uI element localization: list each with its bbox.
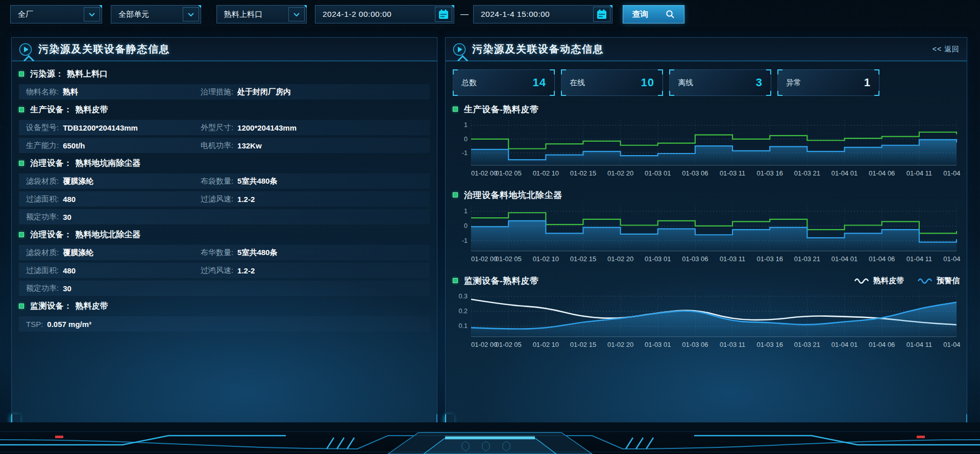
- svg-text:01-03 16: 01-03 16: [757, 341, 783, 348]
- svg-text:01-04 15: 01-04 15: [943, 341, 961, 348]
- select-unit[interactable]: 全部单元: [111, 5, 201, 23]
- chart-plot-2[interactable]: 0.30.20.101-02 0001-02 0501-02 1001-02 1…: [453, 289, 961, 351]
- series-area-运行状态-蓝: [471, 221, 957, 251]
- corner-bracket: [550, 69, 555, 74]
- svg-text:01-03 06: 01-03 06: [682, 341, 708, 348]
- chart-block: 生产设备-熟料皮带10-101-02 0001-02 0501-02 1001-…: [453, 101, 960, 180]
- series-area-运行状态-蓝: [471, 140, 957, 165]
- legend-item[interactable]: 预警信: [917, 276, 960, 286]
- svg-text:01-03 16: 01-03 16: [757, 255, 783, 263]
- chart-title-row: 治理设备料地坑北除尘器: [453, 187, 960, 203]
- info-field-row: 过滤面积:480过滤风速:1.2-2: [19, 191, 430, 207]
- svg-text:01-02 15: 01-02 15: [570, 341, 596, 348]
- legend-label: 预警信: [937, 276, 960, 286]
- field-item: 外型尺寸:1200*204143mm: [201, 123, 297, 133]
- field-label: 物料名称:: [26, 87, 59, 97]
- chevron-down-icon[interactable]: [288, 7, 305, 21]
- static-info-panel: 污染源及关联设备静态信息 污染源：熟料上料口物料名称:熟料治理措施:处于封闭厂房…: [11, 37, 437, 423]
- section-value: 熟料上料口: [67, 69, 108, 80]
- section-value: 熟料皮带: [76, 105, 108, 115]
- play-circle-icon: [453, 43, 466, 56]
- chart-block: 监测设备-熟料皮带熟料皮带预警信0.30.20.101-02 0001-02 0…: [453, 272, 960, 351]
- chevron-down-icon[interactable]: [183, 7, 199, 21]
- chart-title-text: 治理设备料地坑北除尘器: [464, 189, 562, 201]
- svg-text:01-02 10: 01-02 10: [533, 255, 559, 263]
- svg-text:01-04 15: 01-04 15: [943, 169, 961, 177]
- wave-line-icon: [854, 277, 869, 284]
- svg-text:01-03 06: 01-03 06: [682, 255, 708, 263]
- field-label: 布华数量:: [201, 248, 233, 258]
- corner-bracket: [453, 91, 458, 96]
- select-unit-value: 全部单元: [111, 10, 183, 19]
- stat-label: 异常: [786, 78, 801, 88]
- field-item: 电机功率:132Kw: [201, 141, 262, 150]
- green-square-icon: [19, 232, 24, 237]
- date-to-input[interactable]: 2024-1-4 15:00:00: [473, 5, 612, 23]
- chevron-down-icon[interactable]: [84, 7, 100, 21]
- static-info-title: 污染源及关联设备静态信息: [38, 42, 170, 56]
- field-value: 5室共480条: [237, 176, 277, 186]
- svg-text:01-03 11: 01-03 11: [720, 341, 745, 348]
- field-item: 生产能力:650t/h: [26, 141, 201, 150]
- back-link[interactable]: << 返回: [933, 45, 960, 54]
- legend-label: 熟料皮带: [873, 276, 904, 286]
- svg-text:0: 0: [464, 136, 468, 143]
- field-value: 1200*204143mm: [237, 123, 297, 132]
- date-range-separator: —: [458, 5, 471, 23]
- date-from-input[interactable]: 2024-1-2 00:00:00: [315, 5, 454, 23]
- green-square-icon: [453, 278, 458, 283]
- wave-line-icon: [917, 277, 933, 284]
- section-value: 熟料地坑南除尘器: [76, 158, 141, 169]
- stat-value: 10: [641, 76, 654, 89]
- legend-item[interactable]: 熟料皮带: [854, 276, 904, 286]
- svg-text:01-04 11: 01-04 11: [906, 169, 932, 177]
- field-value: TDB1200*204143mm: [63, 123, 138, 132]
- corner-bracket: [561, 69, 566, 74]
- field-value: 处于封闭厂房内: [237, 87, 291, 97]
- info-section-row: 治理设备：熟料地坑北除尘器: [19, 227, 430, 242]
- section-label: 治理设备：: [30, 230, 72, 240]
- info-field-row: 滤袋材质:覆膜涤纶布袋数量:5室共480条: [19, 173, 430, 189]
- field-value: 0.057 mg/m³: [47, 320, 91, 329]
- field-item: 过滤面积:480: [26, 266, 201, 275]
- green-square-icon: [19, 161, 24, 166]
- select-source[interactable]: 熟料上料口: [216, 5, 307, 23]
- stat-card-总数: 总数14: [453, 69, 555, 96]
- query-button[interactable]: 查询: [623, 5, 684, 23]
- field-item: 过滤风速:1.2-2: [201, 194, 255, 204]
- svg-text:01-04 01: 01-04 01: [831, 255, 857, 263]
- calendar-icon[interactable]: [435, 7, 452, 22]
- corner-bracket: [561, 91, 566, 96]
- green-square-icon: [19, 71, 24, 77]
- field-value: 132Kw: [237, 141, 262, 150]
- select-plant[interactable]: 全厂: [10, 5, 102, 23]
- svg-text:01-03 01: 01-03 01: [645, 341, 671, 348]
- query-button-label: 查询: [632, 9, 648, 20]
- svg-text:01-03 01: 01-03 01: [645, 255, 671, 263]
- dynamic-info-panel: 污染源及关联设备动态信息 << 返回 总数14在线10离线3异常1 生产设备-熟…: [445, 37, 967, 423]
- chart-plot-1[interactable]: 10-101-02 0001-02 0501-02 1001-02 1501-0…: [453, 203, 961, 265]
- svg-text:0.3: 0.3: [459, 293, 468, 300]
- info-field-row: 物料名称:熟料治理措施:处于封闭厂房内: [19, 84, 430, 99]
- info-field-row: 滤袋材质:覆膜涤纶布华数量:5室共480条: [19, 245, 430, 260]
- info-section-row: 生产设备：熟料皮带: [19, 102, 430, 117]
- field-label: 滤袋材质:: [26, 176, 59, 186]
- corner-bracket: [777, 91, 782, 96]
- field-label: 外型尺寸:: [201, 123, 233, 133]
- calendar-icon[interactable]: [593, 7, 610, 22]
- date-from-value: 2024-1-2 00:00:00: [315, 10, 435, 19]
- field-value: 覆膜涤纶: [63, 176, 93, 186]
- svg-text:01-04 01: 01-04 01: [831, 341, 857, 348]
- field-item: 治理措施:处于封闭厂房内: [201, 87, 291, 97]
- stat-card-离线: 离线3: [669, 69, 771, 96]
- field-label: 额定功率:: [26, 284, 59, 293]
- corner-bracket: [669, 69, 674, 74]
- field-item: 布华数量:5室共480条: [201, 248, 278, 258]
- svg-text:0.1: 0.1: [459, 322, 468, 330]
- svg-text:0: 0: [464, 222, 468, 230]
- svg-text:01-04 11: 01-04 11: [906, 341, 932, 348]
- chart-plot-0[interactable]: 10-101-02 0001-02 0501-02 1001-02 1501-0…: [453, 117, 961, 180]
- svg-text:01-03 21: 01-03 21: [794, 341, 820, 348]
- green-square-icon: [453, 107, 458, 112]
- svg-text:01-02 20: 01-02 20: [607, 341, 633, 348]
